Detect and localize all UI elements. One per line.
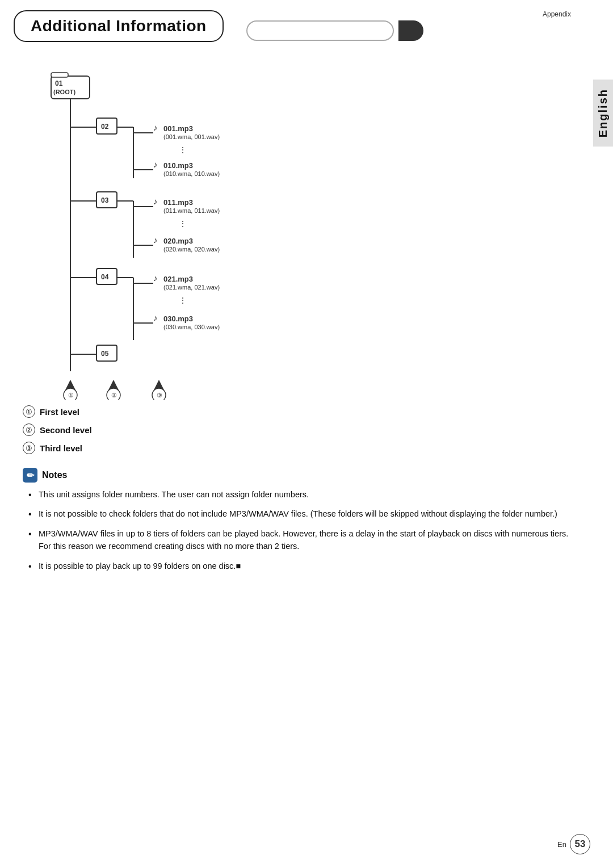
svg-text:(ROOT): (ROOT) <box>53 89 75 95</box>
svg-text:♪: ♪ <box>153 123 158 132</box>
page-title-box: Additional Information <box>14 10 224 42</box>
page-footer: En 53 <box>557 834 590 854</box>
svg-text:01: 01 <box>55 79 63 87</box>
notes-item-4: It is possible to play back up to 99 fol… <box>28 560 579 572</box>
svg-text:(030.wma, 030.wav): (030.wma, 030.wav) <box>163 324 220 330</box>
notes-title: Notes <box>42 470 67 480</box>
notes-list: This unit assigns folder numbers. The us… <box>23 488 579 572</box>
legend-section: ① First level ② Second level ③ Third lev… <box>23 405 579 454</box>
svg-text:♪: ♪ <box>153 160 158 169</box>
notes-header: ✏ Notes <box>23 468 579 483</box>
legend-item-3: ③ Third level <box>23 442 579 454</box>
legend-number-1: ① <box>23 405 35 418</box>
page-number-box: 53 <box>570 834 590 854</box>
footer-en-label: En <box>557 840 566 849</box>
svg-text:030.mp3: 030.mp3 <box>163 315 193 323</box>
legend-label-2: Second level <box>40 425 92 435</box>
legend-label-1: First level <box>40 407 79 417</box>
legend-item-2: ② Second level <box>23 423 579 436</box>
svg-text:♪: ♪ <box>153 196 158 206</box>
header-tab-filled <box>398 20 423 41</box>
svg-text:①: ① <box>68 392 74 399</box>
tree-diagram: 01 (ROOT) 02 ♪ 001.mp3 (001.wma, 001.wav… <box>34 70 352 388</box>
svg-text:(010.wma, 010.wav): (010.wma, 010.wav) <box>163 170 220 177</box>
svg-text:021.mp3: 021.mp3 <box>163 275 193 283</box>
svg-text:⋮: ⋮ <box>179 219 187 228</box>
svg-rect-58 <box>51 73 68 77</box>
notes-item-1: This unit assigns folder numbers. The us… <box>28 488 579 501</box>
header-tab-outline <box>246 20 394 41</box>
notes-section: ✏ Notes This unit assigns folder numbers… <box>23 468 579 572</box>
svg-text:011.mp3: 011.mp3 <box>163 198 193 207</box>
svg-text:⋮: ⋮ <box>179 145 187 154</box>
svg-text:♪: ♪ <box>153 313 158 322</box>
appendix-label: Appendix <box>543 10 571 18</box>
svg-text:♪: ♪ <box>153 273 158 283</box>
legend-label-3: Third level <box>40 443 82 453</box>
svg-text:02: 02 <box>101 123 109 131</box>
svg-text:001.mp3: 001.mp3 <box>163 124 193 133</box>
svg-text:②: ② <box>111 392 117 399</box>
page-title: Additional Information <box>31 17 207 35</box>
header-right: Appendix <box>246 10 599 41</box>
tree-svg: 01 (ROOT) 02 ♪ 001.mp3 (001.wma, 001.wav… <box>34 70 352 400</box>
legend-item-1: ① First level <box>23 405 579 418</box>
svg-text:(001.wma, 001.wav): (001.wma, 001.wav) <box>163 133 220 140</box>
page-header: Additional Information Appendix <box>0 0 613 42</box>
page-number: 53 <box>575 838 586 850</box>
main-content: 01 (ROOT) 02 ♪ 001.mp3 (001.wma, 001.wav… <box>0 42 613 596</box>
notes-item-2: It is not possible to check folders that… <box>28 508 579 520</box>
svg-text:04: 04 <box>101 273 109 281</box>
svg-text:(011.wma, 011.wav): (011.wma, 011.wav) <box>163 207 220 214</box>
svg-text:⋮: ⋮ <box>179 296 187 305</box>
svg-text:05: 05 <box>101 350 109 358</box>
svg-text:③: ③ <box>157 392 162 399</box>
notes-item-3: MP3/WMA/WAV files in up to 8 tiers of fo… <box>28 527 579 553</box>
header-tab-box <box>246 20 599 41</box>
svg-text:010.mp3: 010.mp3 <box>163 161 193 170</box>
svg-text:020.mp3: 020.mp3 <box>163 237 193 245</box>
legend-number-2: ② <box>23 423 35 436</box>
svg-text:(020.wma, 020.wav): (020.wma, 020.wav) <box>163 246 220 253</box>
svg-text:(021.wma, 021.wav): (021.wma, 021.wav) <box>163 284 220 291</box>
svg-text:♪: ♪ <box>153 235 158 245</box>
svg-text:03: 03 <box>101 196 109 204</box>
legend-number-3: ③ <box>23 442 35 454</box>
notes-icon: ✏ <box>23 468 37 483</box>
